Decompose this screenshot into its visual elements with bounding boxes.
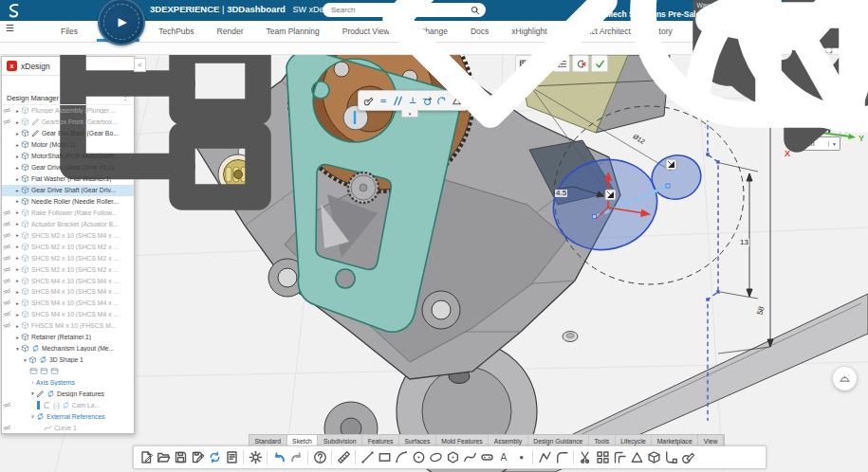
cube-part-icon [21, 265, 29, 274]
fillet-icon[interactable] [555, 450, 569, 464]
help-icon[interactable] [313, 450, 327, 464]
tree-item[interactable]: ▸Needle Roller (Needle Roller... [2, 196, 134, 208]
sync-icon [31, 344, 40, 353]
tree-item[interactable]: (-)Cam La... [2, 399, 134, 410]
new-icon[interactable] [139, 450, 154, 464]
arc-icon[interactable] [395, 450, 409, 464]
tree-item[interactable]: ▸Plunger Assembly (Plunger ... [2, 105, 134, 117]
plane-badge-icon [50, 367, 59, 375]
tree-item[interactable]: ▸SHCS M2 x 10 (SHCS M2 x ... [2, 263, 134, 275]
eye-off-icon [3, 254, 11, 263]
tree-item[interactable]: ▸SHCS M2 x 10 (SHCS M4 x ... [2, 229, 134, 241]
sync-icon [36, 412, 45, 421]
sync-icon[interactable] [208, 450, 222, 464]
tree-item[interactable]: ▸MotorShaft (FCR-MotorShaft... [2, 151, 134, 162]
circle-icon[interactable] [412, 450, 426, 464]
tree-item[interactable]: ▸SHCS M2 x 10 (SHCS M2 x ... [2, 241, 134, 252]
eye-off-icon [3, 118, 11, 126]
3ds-logo-icon[interactable] [7, 3, 22, 18]
tree-item[interactable]: ▸Gear Drive (Gear Drive v3.1) [2, 162, 134, 173]
convert-icon[interactable] [664, 450, 678, 464]
plane-badge-icon [29, 367, 38, 375]
cube-part-icon [21, 310, 29, 318]
tree-item[interactable]: ›Axis Systems [2, 377, 134, 389]
undo-icon[interactable] [272, 450, 286, 464]
tab-techpubs[interactable]: TechPubs [158, 21, 194, 42]
panel-filter-row [2, 76, 134, 91]
polyline-icon[interactable] [538, 450, 552, 464]
eye-off-icon [3, 321, 11, 330]
tree-item[interactable]: ▸Gear Drive Shaft (Gear Driv... [2, 185, 134, 196]
hamburger-menu-icon[interactable]: ☰ [6, 24, 14, 33]
cube-part-icon [21, 287, 29, 296]
settings-icon[interactable] [249, 450, 263, 464]
tree-item[interactable]: ▸Gearbox Front (Gearbox... [2, 117, 134, 128]
rectangle-icon[interactable] [378, 450, 392, 464]
tree-item[interactable]: ▸Actuator Bracket (Actuator B... [2, 218, 134, 229]
tree-item[interactable]: ▾3D Shape 1 [2, 354, 134, 366]
tree-item[interactable]: ▸Flat Washer (Flat Washer.1) [2, 173, 134, 185]
tab-files[interactable]: Files [61, 21, 78, 42]
sync-icon [46, 390, 55, 398]
help-button[interactable] [850, 4, 863, 17]
app-window: Z Y X 4.5 13 58 Ø12 61° =⊥ ▾ mm ▼ ▶ 3DEX… [0, 0, 868, 472]
tree-item[interactable]: ▸Retainer (Retainer.1) [2, 332, 134, 343]
tree-item[interactable]: ▾Mechanism Layout (Me... [2, 343, 134, 354]
redo-icon[interactable] [289, 450, 304, 464]
dimension-offset[interactable]: 13 [739, 239, 749, 246]
open-icon[interactable] [157, 450, 171, 464]
tree-item[interactable]: ▾Design Features [2, 388, 134, 399]
tree-item[interactable]: ▸SHCS M4 x 10 (SHCS M4 x ... [2, 298, 134, 309]
ruler-icon[interactable] [337, 450, 351, 464]
dimension-radius[interactable]: 4.5 [555, 190, 567, 197]
tree-item[interactable]: ▸SHCS M4 x 10 (SHCS M4 x ... [2, 275, 134, 286]
dashboard-name: 3DDashboard [227, 4, 286, 14]
tab-render[interactable]: Render [217, 21, 244, 42]
pattern-icon[interactable] [596, 450, 610, 464]
spline-icon[interactable] [463, 450, 477, 464]
tree-item[interactable]: ▸SHCS M4 x 10 (SHCS M4 x ... [2, 286, 134, 298]
eye-off-icon [3, 310, 11, 318]
constraints-icon[interactable] [630, 450, 644, 464]
save-icon[interactable] [174, 450, 188, 464]
tag-icon [358, 0, 642, 153]
design-manager-panel: x xDesign Design Manager ⋮ ▸Plunger Asse… [1, 56, 135, 434]
cube-part-icon [21, 231, 29, 240]
assistant-button[interactable] [833, 367, 857, 390]
offset-icon[interactable] [613, 450, 627, 464]
eye-off-icon [3, 231, 11, 240]
line-icon[interactable] [360, 450, 375, 464]
text-icon[interactable]: A [497, 450, 511, 464]
save-as-icon[interactable] [191, 450, 205, 464]
3dexperience-compass[interactable]: ▶ [98, 0, 145, 45]
tab-team-planning[interactable]: Team Planning [266, 21, 319, 42]
smart-dimension-icon[interactable] [681, 450, 695, 464]
tree-item[interactable] [2, 366, 134, 377]
tag-button[interactable] [493, 4, 507, 17]
tree-item[interactable]: ▸FHSCS M4 x 10 (FHSCS M... [2, 320, 134, 332]
cube-part-icon [21, 118, 29, 126]
play-icon: ▶ [118, 16, 126, 27]
tree-item[interactable]: ▸Gear Box Back (Gear Bo... [2, 128, 134, 139]
tree-item[interactable]: Curve 1 [2, 422, 134, 433]
toolbar-separator [532, 450, 533, 464]
slot-icon[interactable] [480, 450, 494, 464]
tree-item[interactable]: ∨External References [2, 410, 134, 422]
kebab-menu-icon[interactable]: ⋮ [121, 94, 129, 101]
toolbar-separator [355, 450, 356, 464]
properties-icon[interactable] [225, 450, 239, 464]
tree-item[interactable]: ▸Rake Follower (Rake Follow... [2, 207, 134, 218]
polygon-icon[interactable] [446, 450, 460, 464]
point-icon[interactable] [514, 450, 528, 464]
panel-collapse-button[interactable]: < [134, 58, 146, 72]
toolbar-separator [243, 450, 244, 464]
app-title: 3DEXPERIENCE | 3DDashboard SW xDesign ▼ [150, 4, 348, 14]
tree-item[interactable]: ▸SHCS M4 x 10 (SHCS M4 x ... [2, 309, 134, 320]
project-cube-icon[interactable] [647, 450, 661, 464]
tree-item[interactable]: ▸Motor (Motor.1) [2, 139, 134, 151]
cube-part-icon [21, 299, 29, 307]
trim-icon[interactable] [579, 450, 593, 464]
eye-off-icon [3, 220, 11, 228]
ellipse-icon[interactable] [429, 450, 443, 464]
tree-item[interactable]: ▸SHCS M2 x 10 (SHCS M2 x ... [2, 252, 134, 263]
